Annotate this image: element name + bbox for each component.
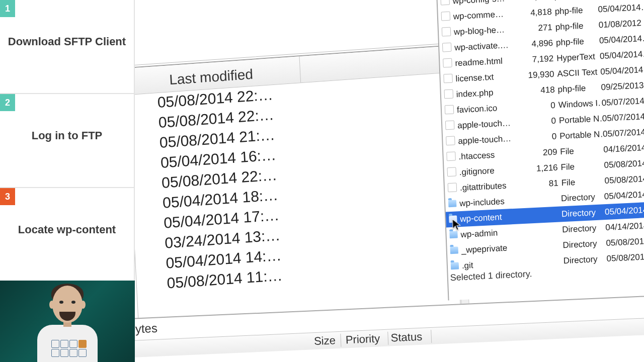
cell-date: 05/04/2014… (604, 186, 644, 204)
file-icon (443, 74, 453, 83)
cell-type: Directory (560, 189, 604, 206)
file-icon (445, 121, 455, 130)
cell-type: Windows I… (558, 95, 602, 113)
cell-type: File (560, 157, 604, 175)
cell-date: 01/08/2012 (598, 15, 644, 33)
cell-type: Directory (561, 204, 605, 222)
step-3-number: 3 (0, 188, 15, 205)
step-1-number: 1 (0, 0, 15, 17)
presenter-webcam (0, 281, 135, 362)
file-icon (446, 151, 456, 161)
folder-icon (449, 231, 458, 238)
file-icon (444, 89, 453, 99)
local-file-list[interactable]: Last modified 05/08/2014 22:…05/08/2014 … (135, 45, 462, 350)
step-3: 3 Locate wp-content (0, 188, 135, 282)
file-icon (448, 183, 457, 192)
cell-date: 05/04/2014… (599, 30, 644, 48)
cell-type: php-file (557, 79, 601, 97)
file-icon (447, 167, 456, 176)
cell-date: 04/16/2014… (603, 139, 644, 157)
cell-date: 05/04/2014… (600, 61, 644, 79)
cell-type: HyperText (556, 48, 600, 66)
cell-date: 05/07/2014… (602, 108, 644, 126)
cell-size: 4,818 (522, 4, 555, 21)
column-status[interactable]: Status (390, 330, 432, 345)
cell-date: 05/04/2014… (604, 202, 644, 220)
cell-date: 05/04/2014… (600, 46, 644, 64)
folder-icon (450, 246, 458, 254)
cell-size: 7,192 (524, 50, 557, 67)
cell-size: 0 (526, 97, 558, 114)
cell-type: Portable N… (559, 126, 603, 144)
cell-size: 19,930 (525, 66, 557, 83)
queue-bytes-label: bytes (135, 321, 157, 336)
step-2-number: 2 (0, 94, 15, 111)
cell-date: 05/08/2014… (606, 248, 644, 266)
cell-type: Directory (563, 251, 607, 268)
cell-type: php-file (555, 33, 599, 50)
cell-type: File (560, 142, 604, 159)
step-2-label: Log in to FTP (0, 129, 134, 142)
file-icon (445, 105, 454, 115)
cursor-icon (452, 218, 461, 232)
step-1: 1 Download SFTP Client (0, 0, 135, 94)
cell-type: ASCII Text (557, 64, 601, 81)
cell-type: Directory (562, 235, 606, 253)
cell-type: Directory (562, 220, 606, 237)
column-size[interactable]: Size (305, 334, 341, 348)
cell-size: 271 (523, 20, 555, 37)
file-icon (442, 27, 451, 37)
cell-size: 4,896 (524, 35, 556, 52)
cell-size: 0 (527, 128, 560, 145)
file-icon (446, 136, 455, 145)
file-icon (442, 43, 452, 52)
cell-date: 05/08/2014… (604, 170, 644, 189)
cell-date: 04/14/2014… (605, 217, 644, 235)
cell-date: 05/07/2014… (602, 124, 644, 142)
step-2: 2 Log in to FTP (0, 94, 135, 188)
step-3-label: Locate wp-content (0, 223, 134, 236)
cell-size: 81 (529, 175, 561, 192)
tutorial-step-sidebar: 1 Download SFTP Client 2 Log in to FTP 3… (0, 0, 135, 362)
file-icon (441, 12, 451, 21)
cell-date: 05/04/2014… (598, 0, 644, 17)
cell-type: php-file (554, 2, 598, 19)
file-icon (443, 58, 452, 68)
cell-type: Portable N… (558, 111, 602, 128)
cell-size: 209 (528, 144, 560, 161)
cell-size: 0 (526, 113, 559, 130)
cell-date: 09/25/2013 (601, 77, 644, 95)
cell-date: 05/08/2014… (604, 155, 644, 173)
remote-file-list[interactable]: Filesize Filetype Last modified P… wp-co… (436, 0, 644, 301)
file-icon (440, 0, 450, 6)
step-1-label: Download SFTP Client (0, 35, 134, 48)
cell-size: 418 (525, 81, 558, 99)
presenter-figure (37, 286, 98, 361)
cell-type: File (561, 173, 605, 191)
column-priority[interactable]: Priority (345, 332, 388, 347)
cell-type: php-file (555, 17, 599, 35)
folder-icon (448, 200, 457, 208)
folder-icon (451, 262, 459, 269)
cell-date: 05/08/2014… (606, 233, 644, 251)
cell-size: 1,216 (528, 159, 561, 176)
ftp-client-stage: Last modified 05/08/2014 22:…05/08/2014 … (135, 0, 644, 362)
cell-date: 05/07/2014… (601, 93, 644, 111)
